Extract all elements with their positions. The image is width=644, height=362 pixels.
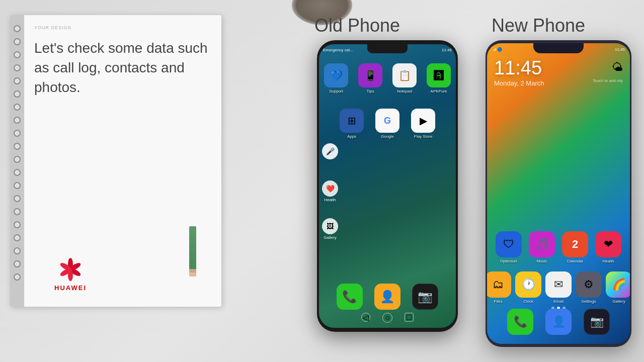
app-files[interactable]: 🗂 Files [487,272,511,304]
spiral [14,77,21,84]
old-phone-status-left: Emergency cal... [323,48,353,52]
app-calendar[interactable]: 2 Calendar [560,231,590,263]
app-apps[interactable]: ⊞ Apps [338,109,366,139]
app-tips[interactable]: 📱 Tips [357,63,383,94]
new-phone-statusbar: 📶🔵 11:45 [487,43,630,55]
new-dock-contacts[interactable]: 👤 [544,309,573,335]
huawei-logo: HUAWEI [54,257,87,292]
app-google[interactable]: G Google [374,109,401,139]
dock-contacts[interactable]: 👤 [374,284,401,310]
new-phone-label: New Phone [453,15,624,36]
health-label: Health [324,198,336,202]
spiral [14,195,21,202]
app-optimiser[interactable]: 🛡 Optimiser [494,231,523,263]
apps-label: Apps [347,134,356,139]
clock-icon: 🕐 [515,272,541,298]
files-label: Files [494,299,503,304]
new-phone: 📶🔵 11:45 11:45 Monday, 2 March Touch to … [486,40,631,347]
app-music[interactable]: 🎵 Music [527,231,556,263]
apkpure-icon: 🅰 [427,63,451,87]
app-health[interactable]: ❤ Health [594,231,623,263]
mic-icon[interactable]: 🎤 [322,143,338,159]
huawei-flower-icon [58,257,83,282]
spiral [14,234,21,241]
new-phone-call-icon: 📞 [507,309,533,335]
apps-icon: ⊞ [340,109,364,133]
old-phone-side-icons: 🎤 ❤️ Health 🖼 Gallery [322,143,338,240]
new-phone-dock: 📞 👤 📷 [487,305,630,339]
old-phone-dock: 📞 👤 📷 [319,280,456,314]
new-dock-phone[interactable]: 📞 [506,309,535,335]
camera-icon: 📷 [412,284,438,310]
gallery-new-icon: 🌈 [606,272,630,298]
health-icon[interactable]: ❤️ [322,180,338,197]
settings-label: Settings [582,299,596,304]
optimiser-icon: 🛡 [496,231,522,257]
spiral [14,208,21,215]
dock-camera[interactable]: 📷 [412,284,439,310]
calendar-icon: 2 [562,231,588,257]
new-dock-camera[interactable]: 📷 [582,309,611,335]
google-icon: G [375,109,399,133]
spiral [14,51,21,58]
settings-icon: ⚙ [576,272,602,298]
apkpure-label: APKPure [431,89,447,94]
notebook-spine [10,15,24,307]
app-notepad[interactable]: 📋 Notepad [391,63,418,94]
huawei-text: HUAWEI [54,284,87,292]
spiral [14,260,21,267]
new-phone-time: 11:45 [494,57,542,79]
new-contacts-icon: 👤 [545,309,572,335]
back-button[interactable]: ◁ [361,313,370,322]
google-label: Google [381,134,394,139]
notebook-main-text: Let's check some data such as call log, … [34,38,211,98]
new-phone-touch-hint: Touch to add city [593,78,623,83]
dock-phone[interactable]: 📞 [336,284,364,310]
app-email[interactable]: ✉ Email [545,272,572,304]
spiral [14,64,21,71]
clock-label: Clock [523,299,533,304]
music-icon: 🎵 [529,231,555,257]
notepad-icon: 📋 [392,63,417,87]
new-phone-status-right: 11:45 [615,47,625,52]
spiral [14,143,21,150]
home-button[interactable]: ○ [382,313,392,323]
spiral [14,117,21,124]
notepad-label: Notepad [397,89,412,94]
app-apkpure[interactable]: 🅰 APKPure [426,63,452,94]
health-new-label: Health [602,259,614,263]
app-settings[interactable]: ⚙ Settings [576,272,602,304]
spiral [14,247,21,254]
support-label: Support [329,89,343,94]
new-phone-apps-row1: 🛡 Optimiser 🎵 Music 2 Calendar ❤ Health [487,229,630,265]
spiral [14,25,21,32]
app-support[interactable]: 💙 Support [323,63,349,94]
spiral [14,156,21,163]
old-phone-statusbar: Emergency cal... 11:46 [319,44,456,55]
new-phone-apps-row2: 🗂 Files 🕐 Clock ✉ Email ⚙ Settings 🌈 Gal… [487,269,630,306]
music-label: Music [537,259,547,263]
gallery-side-label: Gallery [324,235,336,240]
health-new-icon: ❤ [595,231,621,257]
spiral [14,38,21,45]
new-phone-weather-icon: 🌤 [612,61,623,74]
playstore-label: Play Store [414,134,433,139]
optimiser-label: Optimiser [500,259,517,263]
notebook-brand: YOUR DESIGN [34,25,211,30]
gallery-side-icon[interactable]: 🖼 [322,218,338,234]
email-label: Email [553,299,564,304]
old-phone-screen: Emergency cal... 11:46 💙 Support 📱 Tips … [319,44,456,328]
app-playstore[interactable]: ▶ Play Store [410,109,437,139]
recents-button[interactable]: □ [405,313,414,322]
files-icon: 🗂 [487,272,511,298]
app-gallery[interactable]: 🌈 Gallery [606,272,630,304]
old-phone-status-right: 11:46 [442,48,452,52]
notebook-content: YOUR DESIGN Let's check some data such a… [24,15,221,307]
notebook: YOUR DESIGN Let's check some data such a… [10,15,221,307]
spiral [14,169,21,176]
phone-icon: 📞 [337,284,363,310]
app-clock[interactable]: 🕐 Clock [515,272,541,304]
calendar-label: Calendar [567,259,583,263]
old-phone-apps-row1: 💙 Support 📱 Tips 📋 Notepad 🅰 APKPure [319,59,456,98]
email-icon: ✉ [545,272,572,298]
